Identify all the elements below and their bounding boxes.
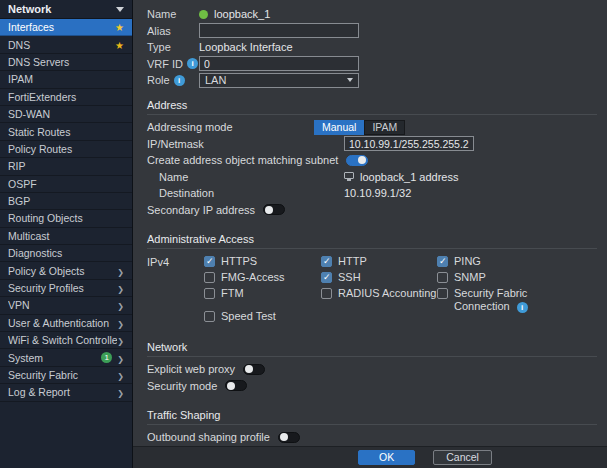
sidebar-item-interfaces[interactable]: Interfaces xyxy=(0,19,132,36)
create-address-object-label: Create address object matching subnet xyxy=(147,154,338,166)
sidebar-item-ospf[interactable]: OSPF xyxy=(0,176,132,193)
vrf-id-input[interactable] xyxy=(199,56,359,71)
checkbox-row-radius-accounting: RADIUS Accounting xyxy=(321,287,437,302)
chevron-right-icon xyxy=(117,369,124,381)
interface-name-value: loopback_1 xyxy=(199,8,270,20)
secondary-ip-label: Secondary IP address xyxy=(147,204,255,216)
chevron-down-icon xyxy=(116,7,124,12)
notification-badge: 1 xyxy=(101,352,112,363)
ok-button[interactable]: OK xyxy=(358,450,415,465)
alias-input[interactable] xyxy=(199,23,359,38)
chevron-right-icon xyxy=(117,334,124,346)
form-footer: OK Cancel xyxy=(133,446,607,468)
field-row-role: Role LAN xyxy=(133,72,607,89)
sidebar-item-log-report[interactable]: Log & Report xyxy=(0,384,132,401)
sidebar-item-diagnostics[interactable]: Diagnostics xyxy=(0,245,132,262)
sidebar-item-routing-objects[interactable]: Routing Objects xyxy=(0,210,132,227)
field-row-alias: Alias xyxy=(133,23,607,40)
checkbox-row-http: HTTP xyxy=(321,255,437,270)
secondary-ip-toggle[interactable] xyxy=(263,204,285,215)
fmg-access-checkbox[interactable] xyxy=(204,272,215,283)
sidebar-item-sd-wan[interactable]: SD-WAN xyxy=(0,106,132,123)
sidebar-item-fortiextenders[interactable]: FortiExtenders xyxy=(0,89,132,106)
object-name-label: Name xyxy=(159,171,344,183)
interface-edit-form: Name loopback_1 Alias Type Loopback Inte… xyxy=(133,0,607,468)
field-row-name: Name loopback_1 xyxy=(133,6,607,23)
destination-value: 10.10.99.1/32 xyxy=(344,187,411,199)
role-label: Role xyxy=(147,74,170,86)
https-checkbox[interactable] xyxy=(204,256,215,267)
sidebar-header-label: Network xyxy=(8,3,51,15)
field-row-destination: Destination 10.10.99.1/32 xyxy=(133,185,607,202)
sidebar-item-dns[interactable]: DNS xyxy=(0,36,132,53)
checkbox-row-snmp: SNMP xyxy=(437,271,592,286)
outbound-shaping-label: Outbound shaping profile xyxy=(147,431,270,443)
section-title-address: Address xyxy=(147,99,597,115)
security-mode-toggle[interactable] xyxy=(225,380,247,391)
sidebar-item-bgp[interactable]: BGP xyxy=(0,193,132,210)
chevron-right-icon xyxy=(117,282,124,294)
explicit-web-proxy-toggle[interactable] xyxy=(243,364,265,375)
sidebar-item-system[interactable]: System 1 xyxy=(0,349,132,366)
sidebar-item-rip[interactable]: RIP xyxy=(0,158,132,175)
section-title-network: Network xyxy=(147,341,597,357)
field-row-outbound-shaping: Outbound shaping profile xyxy=(133,429,607,446)
type-value: Loopback Interface xyxy=(199,41,293,53)
chevron-right-icon xyxy=(117,386,124,398)
sidebar-item-policy-routes[interactable]: Policy Routes xyxy=(0,141,132,158)
explicit-web-proxy-label: Explicit web proxy xyxy=(147,363,235,375)
ipv4-label: IPv4 xyxy=(147,255,204,268)
field-row-object-name: Name loopback_1 address xyxy=(133,168,607,185)
ping-checkbox[interactable] xyxy=(437,256,448,267)
field-row-create-address-object: Create address object matching subnet xyxy=(133,152,607,169)
addressing-mode-label: Addressing mode xyxy=(147,121,314,133)
radius-accounting-checkbox[interactable] xyxy=(321,288,332,299)
star-icon[interactable] xyxy=(115,21,124,33)
cancel-button[interactable]: Cancel xyxy=(433,450,492,465)
field-row-vrf: VRF ID xyxy=(133,56,607,73)
addressing-mode-segment: Manual IPAM xyxy=(314,120,405,135)
sidebar-item-multicast[interactable]: Multicast xyxy=(0,228,132,245)
access-column-3: PING SNMP Security Fabric Connection xyxy=(437,255,592,314)
sidebar-item-policy-objects[interactable]: Policy & Objects xyxy=(0,262,132,279)
speed-test-checkbox[interactable] xyxy=(204,311,215,322)
sidebar-item-security-profiles[interactable]: Security Profiles xyxy=(0,280,132,297)
addressing-mode-option-ipam[interactable]: IPAM xyxy=(364,120,405,135)
role-selected-value: LAN xyxy=(205,74,226,86)
sidebar-header-network[interactable]: Network xyxy=(0,0,132,19)
chevron-right-icon xyxy=(117,299,124,311)
security-fabric-connection-checkbox[interactable] xyxy=(437,288,448,299)
app-window: Network Interfaces DNS DNS Servers IPAM … xyxy=(0,0,607,468)
sidebar-item-ipam[interactable]: IPAM xyxy=(0,71,132,88)
chevron-right-icon xyxy=(117,317,124,329)
access-column-2: HTTP SSH RADIUS Accounting xyxy=(321,255,437,303)
field-row-security-mode: Security mode xyxy=(133,378,607,395)
ip-netmask-input[interactable] xyxy=(344,136,474,151)
create-address-object-toggle[interactable] xyxy=(346,155,368,166)
sidebar-item-security-fabric[interactable]: Security Fabric xyxy=(0,367,132,384)
star-icon[interactable] xyxy=(115,39,124,51)
section-title-admin-access: Administrative Access xyxy=(147,233,597,249)
checkbox-row-ping: PING xyxy=(437,255,592,270)
info-icon[interactable] xyxy=(517,302,528,313)
snmp-checkbox[interactable] xyxy=(437,272,448,283)
info-icon[interactable] xyxy=(174,75,185,86)
http-checkbox[interactable] xyxy=(321,256,332,267)
addressing-mode-option-manual[interactable]: Manual xyxy=(314,120,364,135)
sidebar-item-static-routes[interactable]: Static Routes xyxy=(0,123,132,140)
sidebar-item-user-authentication[interactable]: User & Authentication xyxy=(0,315,132,332)
access-column-1: HTTPS FMG-Access FTM Speed Test xyxy=(204,255,321,326)
vrf-label: VRF ID xyxy=(147,58,183,70)
field-row-addressing-mode: Addressing mode Manual IPAM xyxy=(133,119,607,136)
info-icon[interactable] xyxy=(187,58,198,69)
outbound-shaping-toggle[interactable] xyxy=(278,432,300,443)
role-select[interactable]: LAN xyxy=(199,73,359,88)
sidebar-item-wifi-switch-controller[interactable]: WiFi & Switch Controller xyxy=(0,332,132,349)
sidebar-item-dns-servers[interactable]: DNS Servers xyxy=(0,54,132,71)
checkbox-row-security-fabric-connection: Security Fabric Connection xyxy=(437,287,592,313)
ftm-checkbox[interactable] xyxy=(204,288,215,299)
sidebar-item-vpn[interactable]: VPN xyxy=(0,297,132,314)
field-row-type: Type Loopback Interface xyxy=(133,39,607,56)
ssh-checkbox[interactable] xyxy=(321,272,332,283)
checkbox-row-ftm: FTM xyxy=(204,287,321,302)
